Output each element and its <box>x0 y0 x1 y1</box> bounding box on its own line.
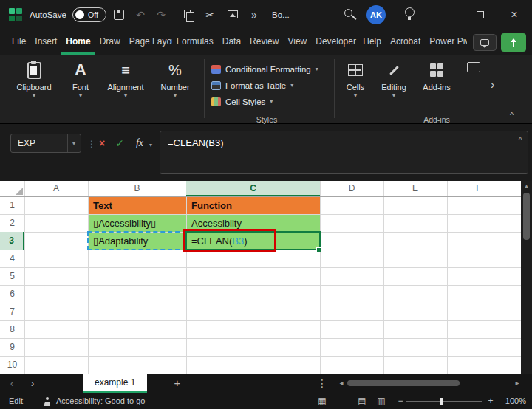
excel-logo-icon <box>9 8 22 21</box>
alignment-group-button[interactable]: ≡ Alignment ▾ <box>103 59 148 111</box>
row-header-5[interactable]: 5 <box>0 267 24 285</box>
name-box[interactable]: EXP ▾ <box>10 134 81 153</box>
editing-group-button[interactable]: Editing ▾ <box>375 59 412 111</box>
scroll-up-icon[interactable]: ▴ <box>521 182 532 189</box>
search-icon[interactable] <box>344 9 352 17</box>
collapse-ribbon-icon[interactable]: ^ <box>510 111 514 120</box>
menu-tab-file[interactable]: File <box>7 30 30 55</box>
zoom-level[interactable]: 100% <box>499 393 526 409</box>
page-layout-view-icon[interactable]: ▤ <box>356 393 368 409</box>
name-box-dropdown-icon[interactable]: ▾ <box>67 134 81 152</box>
column-header-C[interactable]: C <box>186 181 320 196</box>
sheet-tab-menu-icon[interactable]: ⋮ <box>316 374 328 393</box>
next-sheet-icon[interactable]: › <box>27 374 38 393</box>
menu-tab-draw[interactable]: Draw <box>95 30 125 55</box>
analyze-data-icon[interactable] <box>467 62 480 72</box>
cell-styles-button[interactable]: Cell Styles ▾ <box>211 94 337 109</box>
insert-function-button[interactable]: fx <box>130 137 149 149</box>
row-header-2[interactable]: 2 <box>0 214 24 232</box>
format-as-table-button[interactable]: Format as Table ▾ <box>211 78 337 93</box>
horizontal-scrollbar-thumb[interactable] <box>347 380 460 386</box>
menu-tab-data[interactable]: Data <box>218 30 245 55</box>
picture-icon[interactable] <box>228 10 238 18</box>
cells-group-button[interactable]: Cells ▾ <box>338 59 372 111</box>
cells-icon <box>348 64 363 76</box>
cell-B2[interactable]: ▯Accessibility▯ <box>89 215 186 232</box>
sheet-tabs-bar: ‹ › example 1 + ⋮ ◂ ▸ <box>0 374 532 393</box>
collapse-formula-bar-icon[interactable]: ^ <box>518 135 522 145</box>
sheet-tab-active[interactable]: example 1 <box>83 374 147 393</box>
column-header-E[interactable]: E <box>383 181 447 196</box>
redo-icon[interactable]: ↷ <box>154 7 168 22</box>
page-break-preview-icon[interactable]: ▥ <box>375 393 387 409</box>
select-all-corner[interactable] <box>0 181 24 196</box>
cut-icon[interactable]: ✂ <box>202 7 217 22</box>
clipboard-group-button[interactable]: Clipboard ▾ <box>10 59 58 111</box>
row-header-4[interactable]: 4 <box>0 250 24 267</box>
font-group-button[interactable]: A Font ▾ <box>64 59 98 111</box>
copy-icon[interactable] <box>184 10 191 18</box>
quick-access-overflow-icon[interactable]: » <box>247 7 262 22</box>
cell-C1[interactable]: Function <box>187 197 320 214</box>
scroll-right-icon[interactable]: ▸ <box>511 374 523 393</box>
cancel-button[interactable]: × <box>95 137 109 149</box>
undo-icon[interactable]: ↶ <box>133 7 148 22</box>
zoom-out-button[interactable]: − <box>395 393 406 409</box>
column-header-D[interactable]: D <box>320 181 383 196</box>
avatar[interactable]: AK <box>366 5 386 24</box>
row-header-1[interactable]: 1 <box>0 196 24 214</box>
row-header-9[interactable]: 9 <box>0 338 24 356</box>
formula-input[interactable]: =CLEAN(B3) ^ <box>160 131 528 174</box>
add-ins-button[interactable]: Add-ins <box>417 59 457 111</box>
number-group-button[interactable]: % Number ▾ <box>154 59 197 111</box>
maximize-button[interactable] <box>477 11 484 18</box>
share-button[interactable] <box>501 33 526 52</box>
fill-handle[interactable] <box>316 247 321 252</box>
enter-button[interactable]: ✓ <box>112 137 127 149</box>
column-header-B[interactable]: B <box>88 181 186 196</box>
row-header-3[interactable]: 3 <box>0 232 24 250</box>
column-header-A[interactable]: A <box>24 181 88 196</box>
menu-tab-formulas[interactable]: Formulas <box>172 30 218 55</box>
more-ribbon-groups-icon[interactable]: › <box>491 78 494 92</box>
gridline <box>511 181 511 374</box>
cell-B1[interactable]: Text <box>89 197 186 214</box>
scroll-left-icon[interactable]: ◂ <box>335 374 347 393</box>
autosave-toggle[interactable]: Off <box>72 7 106 22</box>
column-header-F[interactable]: F <box>447 181 511 196</box>
normal-view-icon[interactable]: ▦ <box>316 393 328 409</box>
new-sheet-button[interactable]: + <box>171 374 183 393</box>
accessibility-checker-icon[interactable] <box>43 397 52 406</box>
menu-tab-review[interactable]: Review <box>245 30 283 55</box>
close-button[interactable]: × <box>507 7 522 22</box>
cell-styles-label: Cell Styles <box>225 97 265 106</box>
zoom-slider-track[interactable] <box>406 401 482 402</box>
menu-tab-insert[interactable]: Insert <box>30 30 61 55</box>
row-header-7[interactable]: 7 <box>0 303 24 320</box>
conditional-formatting-button[interactable]: Conditional Formatting ▾ <box>211 62 337 77</box>
zoom-in-button[interactable]: + <box>485 393 497 409</box>
insert-function-dropdown-icon[interactable]: ▾ <box>149 142 152 148</box>
accessibility-status[interactable]: Accessibility: Good to go <box>56 393 145 409</box>
select-all-triangle-icon <box>16 188 23 195</box>
font-icon: A <box>75 61 86 80</box>
row-header-6[interactable]: 6 <box>0 285 24 303</box>
previous-sheet-icon[interactable]: ‹ <box>6 374 18 393</box>
zoom-slider-knob[interactable] <box>440 398 443 405</box>
vertical-scrollbar-thumb[interactable] <box>523 193 530 240</box>
lightbulb-icon[interactable] <box>405 7 415 17</box>
chevron-down-icon: ▾ <box>79 93 82 99</box>
comments-button[interactable] <box>473 34 497 51</box>
menu-tab-help[interactable]: Help <box>358 30 386 55</box>
menu-tab-page-layout[interactable]: Page Layout <box>125 30 172 55</box>
row-header-8[interactable]: 8 <box>0 320 24 338</box>
save-icon[interactable] <box>114 10 124 20</box>
menu-tab-home[interactable]: Home <box>61 30 95 55</box>
menu-tab-acrobat[interactable]: Acrobat <box>386 30 425 55</box>
menu-tab-view[interactable]: View <box>283 30 311 55</box>
vertical-scrollbar[interactable]: ▴ <box>521 181 532 374</box>
row-header-10[interactable]: 10 <box>0 356 24 374</box>
minimize-button[interactable]: — <box>434 7 449 22</box>
menu-tab-developer[interactable]: Developer <box>311 30 358 55</box>
menu-tab-power-pivot[interactable]: Power Pivot <box>425 30 467 55</box>
